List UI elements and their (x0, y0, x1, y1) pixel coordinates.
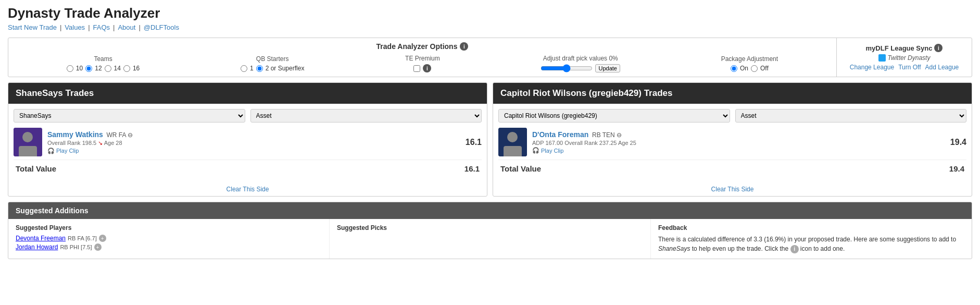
right-total-label: Total Value (500, 164, 541, 173)
twitter-icon (878, 54, 886, 62)
suggested-players-title: Suggested Players (16, 224, 322, 231)
left-total-value: 16.1 (464, 164, 480, 173)
suggested-picks-title: Suggested Picks (337, 224, 643, 231)
suggested-player-0-link[interactable]: Devonta Freeman (16, 235, 66, 242)
te-premium-option: TE Premium i (405, 55, 440, 72)
left-panel-body: ShaneSays Asset Sammy Watkins WR FA (8, 104, 487, 182)
qb-superflex-radio[interactable] (256, 65, 263, 72)
right-player-avatar (498, 128, 527, 156)
teams-10-radio[interactable] (67, 65, 73, 72)
left-player-name: Sammy Watkins (47, 130, 103, 139)
feedback-title: Feedback (658, 224, 964, 231)
svg-rect-2 (19, 146, 37, 156)
change-league-link[interactable]: Change League (850, 64, 894, 71)
suggested-section: Suggested Additions Suggested Players De… (8, 202, 972, 259)
right-player-info: D'Onta Foreman RB TEN ⊖ ADP 167.00 Overa… (532, 130, 940, 154)
right-play-clip[interactable]: 🎧 Play Clip (532, 147, 940, 154)
right-panel-header: Capitol Riot Wilsons (gregieb429) Trades (493, 83, 972, 104)
nav-start-new-trade[interactable]: Start New Trade (8, 23, 57, 31)
svg-point-4 (507, 132, 518, 142)
right-player-value: 19.4 (945, 138, 966, 147)
right-total-value: 19.4 (949, 164, 964, 173)
page-container: Dynasty Trade Analyzer Start New Trade |… (0, 0, 980, 305)
suggested-player-0-add[interactable]: + (99, 235, 106, 242)
options-title: Trade Analyzer Options i (16, 42, 828, 51)
right-team-select[interactable]: Capitol Riot Wilsons (gregieb429) (498, 109, 730, 123)
teams-12-radio[interactable] (85, 65, 92, 72)
left-player-meta: Overall Rank 198.5 ↘ Age 28 (47, 140, 455, 147)
nav-dlftools[interactable]: @DLFTools (144, 23, 179, 31)
suggested-body: Suggested Players Devonta Freeman RB FA … (8, 219, 972, 259)
options-bar: Trade Analyzer Options i Teams 10 12 14 … (8, 38, 972, 77)
right-player-meta: ADP 167.00 Overall Rank 237.25 Age 25 (532, 140, 940, 146)
options-info-icon[interactable]: i (460, 42, 468, 51)
nav-about[interactable]: About (118, 23, 135, 31)
options-main: Trade Analyzer Options i Teams 10 12 14 … (8, 38, 836, 77)
nav-faqs[interactable]: FAQs (93, 23, 110, 31)
suggested-player-0: Devonta Freeman RB FA [6.7] + (16, 235, 322, 242)
add-league-link[interactable]: Add League (925, 64, 959, 71)
right-total-row: Total Value 19.4 (498, 160, 966, 177)
draft-pick-update-btn[interactable]: Update (595, 64, 620, 72)
draft-pick-option: Adjust draft pick values 0% Update (541, 55, 620, 72)
left-panel-header: ShaneSays Trades (8, 83, 487, 104)
draft-pick-slider[interactable] (541, 64, 593, 72)
turn-off-link[interactable]: Turn Off (898, 64, 921, 71)
left-player-info: Sammy Watkins WR FA ⊖ Overall Rank 198.5… (47, 130, 455, 154)
suggested-player-1-add[interactable]: + (94, 243, 102, 251)
right-panel-body: Capitol Riot Wilsons (gregieb429) Asset … (493, 104, 972, 182)
right-player-row: D'Onta Foreman RB TEN ⊖ ADP 167.00 Overa… (498, 128, 966, 156)
right-dropdowns: Capitol Riot Wilsons (gregieb429) Asset (498, 109, 966, 123)
page-title: Dynasty Trade Analyzer (8, 5, 972, 21)
suggested-player-1-link[interactable]: Jordan Howard (16, 243, 58, 251)
mydlf-title: myDLF League Sync i (866, 44, 943, 52)
left-trade-panel: ShaneSays Trades ShaneSays Asset Sammy W (8, 82, 487, 197)
left-clear-side: Clear This Side (8, 182, 487, 196)
svg-point-1 (22, 132, 33, 142)
left-player-value: 16.1 (460, 138, 482, 147)
package-off-radio[interactable] (751, 65, 758, 72)
right-player-pos: RB TEN ⊖ (592, 131, 622, 139)
left-player-row: Sammy Watkins WR FA ⊖ Overall Rank 198.5… (14, 128, 482, 156)
qb-starters-option: QB Starters 1 2 or Superflex (241, 55, 304, 72)
teams-option: Teams 10 12 14 16 (67, 55, 140, 72)
svg-rect-5 (504, 146, 522, 156)
mydlf-league-name: Twitter Dynasty (878, 54, 931, 62)
right-player-name: D'Onta Foreman (532, 130, 588, 139)
teams-radio-row: 10 12 14 16 (67, 65, 140, 72)
suggested-picks-col: Suggested Picks (330, 219, 651, 259)
left-player-avatar (14, 128, 42, 156)
suggested-player-1: Jordan Howard RB PHI [7.5] + (16, 243, 322, 251)
right-asset-select[interactable]: Asset (735, 109, 967, 123)
suggested-header: Suggested Additions (8, 202, 972, 219)
package-adjustment-option: Package Adjustment On Off (721, 55, 778, 72)
left-play-clip[interactable]: 🎧 Play Clip (47, 148, 455, 154)
qb-radio-row: 1 2 or Superflex (241, 65, 304, 72)
nav-links: Start New Trade | Values | FAQs | About … (8, 23, 972, 31)
nav-values[interactable]: Values (65, 23, 85, 31)
mydlf-sync: myDLF League Sync i Twitter Dynasty Chan… (836, 38, 972, 77)
te-info-icon[interactable]: i (423, 64, 431, 72)
teams-16-radio[interactable] (123, 65, 130, 72)
right-trade-panel: Capitol Riot Wilsons (gregieb429) Trades… (493, 82, 972, 197)
mydlf-actions: Change League Turn Off Add League (850, 64, 959, 71)
left-team-select[interactable]: ShaneSays (14, 109, 245, 123)
left-total-row: Total Value 16.1 (14, 160, 482, 177)
feedback-text: There is a calculated difference of 3.3 … (658, 235, 964, 253)
left-clear-link[interactable]: Clear This Side (227, 186, 269, 193)
left-total-label: Total Value (16, 164, 56, 173)
qb-1-radio[interactable] (241, 65, 247, 72)
right-clear-link[interactable]: Clear This Side (711, 186, 754, 193)
feedback-info-icon: i (790, 245, 799, 253)
package-on-radio[interactable] (731, 65, 737, 72)
feedback-col: Feedback There is a calculated differenc… (651, 219, 972, 259)
left-player-pos: WR FA ⊖ (106, 131, 133, 139)
right-clear-side: Clear This Side (493, 182, 972, 196)
options-controls: Teams 10 12 14 16 QB Starters 1 2 or Sup… (16, 55, 828, 72)
left-asset-select[interactable]: Asset (250, 109, 482, 123)
left-dropdowns: ShaneSays Asset (14, 109, 482, 123)
te-premium-checkbox[interactable] (413, 65, 420, 72)
mydlf-info-icon[interactable]: i (934, 44, 943, 52)
teams-14-radio[interactable] (105, 65, 111, 72)
suggested-players-col: Suggested Players Devonta Freeman RB FA … (8, 219, 330, 259)
